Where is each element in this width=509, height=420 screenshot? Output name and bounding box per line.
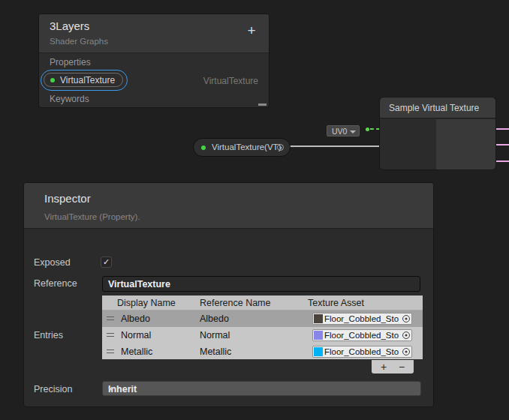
- resize-handle[interactable]: [258, 104, 267, 106]
- node-sample-virtual-texture[interactable]: Sample Virtual Texture UV(2) VT(VT) Out(…: [379, 97, 496, 170]
- wire-vt[interactable]: [284, 146, 381, 147]
- property-selection-ring: VirtualTexture: [41, 70, 128, 91]
- remove-entry-button[interactable]: −: [399, 360, 405, 374]
- blackboard-panel[interactable]: 3Layers Shader Graphs + Properties Virtu…: [38, 14, 270, 108]
- blackboard-title: 3Layers: [50, 20, 89, 32]
- column-reference-name: Reference Name: [200, 298, 271, 308]
- property-node-label: VirtualTexture(VT): [212, 142, 281, 152]
- exposed-dot-icon: [201, 146, 206, 150]
- entries-table[interactable]: Display Name Reference Name Texture Asse…: [102, 296, 423, 359]
- column-display-name: Display Name: [117, 298, 176, 308]
- shader-graph-window: 3Layers Shader Graphs + Properties Virtu…: [0, 0, 509, 420]
- drag-handle-icon[interactable]: [107, 316, 114, 320]
- chevron-down-icon: [350, 130, 356, 134]
- property-type-label: VirtualTexture: [203, 76, 258, 86]
- inspector-subtitle: VirtualTexture (Property).: [44, 212, 140, 221]
- precision-dropdown[interactable]: Inherit: [102, 381, 421, 396]
- column-texture-asset: Texture Asset: [308, 298, 364, 308]
- display-name-cell[interactable]: Normal: [121, 330, 151, 340]
- display-name-cell[interactable]: Albedo: [121, 314, 150, 324]
- table-row-metallic[interactable]: Metallic Metallic Floor_Cobbled_Sto: [102, 344, 423, 360]
- node-output-column: [436, 119, 495, 170]
- reference-name-cell[interactable]: Albedo: [200, 314, 229, 324]
- exposed-dot-icon: [50, 78, 55, 82]
- reference-label: Reference: [34, 278, 77, 289]
- texture-asset-name: Floor_Cobbled_Sto: [324, 331, 402, 340]
- blackboard-subtitle: Shader Graphs: [50, 37, 108, 46]
- chevron-down-icon: [108, 388, 114, 391]
- checkmark-icon: ✓: [103, 257, 110, 266]
- reference-name-cell[interactable]: Normal: [200, 330, 230, 340]
- texture-asset-name: Floor_Cobbled_Sto: [324, 314, 402, 323]
- precision-label: Precision: [34, 384, 72, 394]
- blackboard-property-pill[interactable]: VirtualTexture: [44, 73, 123, 87]
- node-header[interactable]: Sample Virtual Texture: [380, 98, 495, 118]
- drag-handle-icon[interactable]: [107, 333, 114, 337]
- uv-channel-value: UV0: [332, 127, 347, 136]
- drag-handle-icon[interactable]: [107, 350, 114, 353]
- property-node-virtualtexture[interactable]: VirtualTexture(VT): [193, 138, 291, 157]
- keywords-section-label: Keywords: [50, 94, 89, 104]
- blackboard-header[interactable]: 3Layers Shader Graphs +: [39, 14, 269, 53]
- reference-input[interactable]: VirtualTexture: [102, 276, 420, 292]
- exposed-label: Exposed: [34, 257, 71, 268]
- texture-swatch: [314, 347, 323, 356]
- entries-label: Entries: [34, 330, 63, 340]
- reference-name-cell[interactable]: Metallic: [200, 346, 231, 357]
- texture-swatch: [314, 331, 323, 340]
- add-property-button[interactable]: +: [243, 22, 260, 39]
- display-name-cell[interactable]: Metallic: [121, 346, 152, 357]
- texture-asset-field[interactable]: Floor_Cobbled_Sto: [312, 313, 412, 325]
- texture-asset-field[interactable]: Floor_Cobbled_Sto: [312, 329, 412, 341]
- properties-section-label: Properties: [50, 57, 91, 68]
- node-title: Sample Virtual Texture: [389, 103, 479, 113]
- uv-channel-dropdown[interactable]: UV0: [327, 125, 360, 136]
- object-picker-icon[interactable]: [402, 315, 410, 322]
- entries-table-header: Display Name Reference Name Texture Asse…: [102, 296, 423, 310]
- entries-list-footer: + −: [372, 360, 414, 374]
- property-pill-label: VirtualTexture: [60, 75, 115, 86]
- reference-value: VirtualTexture: [108, 279, 170, 290]
- inspector-header[interactable]: Inspector VirtualTexture (Property).: [24, 183, 433, 229]
- table-row-normal[interactable]: Normal Normal Floor_Cobbled_Sto: [102, 327, 423, 344]
- object-picker-icon[interactable]: [402, 332, 410, 339]
- table-row-albedo[interactable]: Albedo Albedo Floor_Cobbled_Sto: [102, 310, 423, 327]
- add-entry-button[interactable]: +: [381, 360, 387, 374]
- property-output-port[interactable]: [277, 144, 284, 151]
- texture-asset-name: Floor_Cobbled_Sto: [324, 347, 402, 356]
- uv-default-dot-icon: [366, 128, 369, 131]
- object-picker-icon[interactable]: [402, 348, 410, 356]
- inspector-title: Inspector: [44, 192, 91, 205]
- texture-swatch: [314, 314, 323, 323]
- exposed-checkbox[interactable]: ✓: [101, 256, 112, 268]
- texture-asset-field[interactable]: Floor_Cobbled_Sto: [312, 346, 412, 358]
- inspector-panel[interactable]: Inspector VirtualTexture (Property). Exp…: [23, 182, 434, 407]
